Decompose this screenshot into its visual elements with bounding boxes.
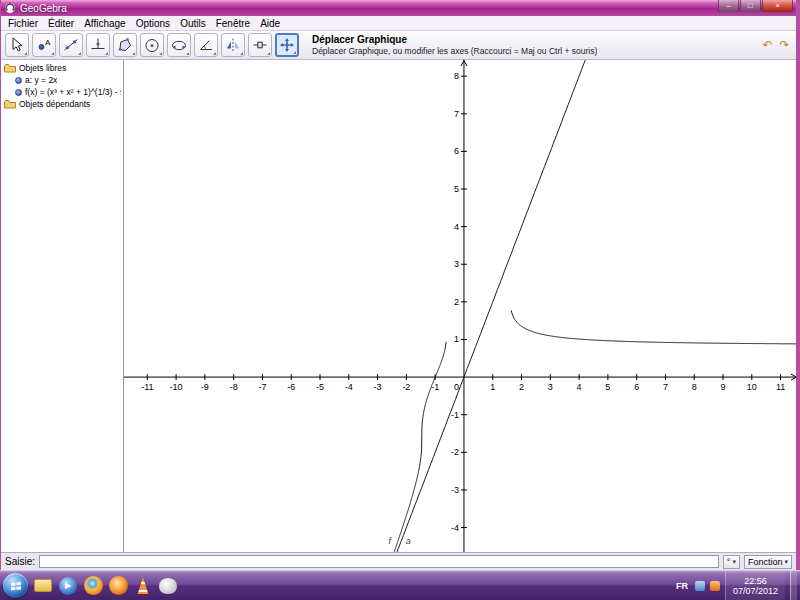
clock-time: 22:56	[744, 576, 767, 586]
menu-aide[interactable]: Aide	[255, 18, 285, 29]
polygon-tool-button[interactable]	[113, 33, 137, 57]
redo-icon[interactable]: ↷	[777, 39, 792, 51]
svg-text:-9: -9	[201, 382, 209, 392]
menu-fichier[interactable]: Fichier	[3, 18, 43, 29]
object-row-a[interactable]: a: y = 2x	[1, 74, 123, 86]
free-objects-label: Objets libres	[19, 63, 66, 73]
chevron-down-icon: ▾	[732, 558, 736, 566]
language-indicator[interactable]: FR	[674, 581, 690, 591]
svg-text:11: 11	[776, 382, 785, 392]
titlebar: GeoGebra – □ ×	[1, 0, 796, 16]
input-bar: Saisie: ° ▾ Fonction ▾	[1, 552, 796, 570]
angle-tool-button[interactable]	[194, 33, 218, 57]
conic-tool-button[interactable]	[167, 33, 191, 57]
command-input[interactable]	[39, 555, 719, 568]
svg-text:-3: -3	[374, 382, 382, 392]
circle-tool-button[interactable]	[140, 33, 164, 57]
svg-text:2: 2	[454, 297, 459, 307]
svg-text:3: 3	[454, 259, 459, 269]
gimp-icon[interactable]	[158, 576, 178, 596]
object-f-label: f(x) = (x³ + x² + 1)^(1/3) - sqrt(x² - x…	[25, 87, 121, 97]
line-through-points-icon	[62, 36, 80, 54]
svg-text:4: 4	[454, 222, 459, 232]
svg-text:-4: -4	[451, 523, 459, 533]
menu-fenetre[interactable]: Fenêtre	[211, 18, 255, 29]
menu-affichage[interactable]: Affichage	[79, 18, 131, 29]
folder-icon	[4, 63, 16, 73]
maximize-button[interactable]: □	[740, 0, 761, 13]
algebra-view[interactable]: Objets libres a: y = 2x f(x) = (x³ + x² …	[1, 60, 124, 552]
clock[interactable]: 22:56 07/07/2012	[725, 571, 785, 600]
free-objects-folder[interactable]: Objets libres	[1, 62, 123, 74]
svg-text:-4: -4	[345, 382, 353, 392]
move-graphics-view-tool-button[interactable]	[275, 33, 299, 57]
point-tool-button[interactable]: A	[32, 33, 56, 57]
slider-icon	[251, 36, 269, 54]
mirror-object-icon	[224, 36, 242, 54]
folder-icon	[4, 99, 16, 109]
svg-text:-2: -2	[402, 382, 410, 392]
perpendicular-line-tool-button[interactable]	[86, 33, 110, 57]
media-player-icon[interactable]: ▶	[58, 576, 78, 596]
geogebra-logo-icon	[4, 2, 16, 14]
window-controls: – □ ×	[718, 0, 793, 16]
visibility-marble-icon[interactable]	[15, 77, 22, 84]
svg-text:-6: -6	[287, 382, 295, 392]
vlc-icon[interactable]	[133, 576, 153, 596]
ellipse-icon	[170, 36, 188, 54]
svg-text:6: 6	[454, 146, 459, 156]
start-button[interactable]	[3, 573, 28, 598]
svg-text:7: 7	[663, 382, 668, 392]
degree-symbol-dropdown[interactable]: ° ▾	[723, 555, 740, 569]
thunderbird-icon[interactable]	[108, 576, 128, 596]
object-row-f[interactable]: f(x) = (x³ + x² + 1)^(1/3) - sqrt(x² - x…	[1, 86, 123, 98]
graphics-view[interactable]: -11-10-9-8-7-6-5-4-3-2-11234567891011-4-…	[124, 60, 796, 552]
visibility-marble-icon[interactable]	[15, 89, 22, 96]
svg-text:8: 8	[692, 382, 697, 392]
firefox-icon[interactable]	[83, 576, 103, 596]
svg-text:5: 5	[454, 184, 459, 194]
svg-text:4: 4	[577, 382, 582, 392]
menu-outils[interactable]: Outils	[175, 18, 211, 29]
window-title: GeoGebra	[20, 3, 67, 14]
svg-text:0: 0	[454, 382, 459, 392]
command-list-label: Fonction	[748, 557, 783, 567]
svg-text:-5: -5	[316, 382, 324, 392]
svg-text:-3: -3	[451, 485, 459, 495]
perpendicular-line-icon	[89, 36, 107, 54]
taskbar: ▶ FR 22:56 07/07/2012	[0, 570, 800, 600]
svg-text:-11: -11	[141, 382, 153, 392]
menu-editer[interactable]: Éditer	[43, 18, 79, 29]
menu-options[interactable]: Options	[131, 18, 175, 29]
svg-text:-7: -7	[258, 382, 266, 392]
explorer-icon[interactable]	[33, 576, 53, 596]
svg-text:-1: -1	[451, 410, 459, 420]
dependent-objects-folder[interactable]: Objets dépendants	[1, 98, 123, 110]
clock-date: 07/07/2012	[733, 586, 778, 596]
toolbar-right: ↶ ↷	[760, 39, 792, 51]
desktop: GeoGebra – □ × Fichier Éditer Affichage …	[0, 0, 800, 600]
minimize-button[interactable]: –	[718, 0, 739, 13]
object-a-label: a: y = 2x	[25, 75, 57, 85]
close-button[interactable]: ×	[762, 0, 793, 13]
undo-icon[interactable]: ↶	[760, 39, 775, 51]
svg-text:8: 8	[454, 71, 459, 81]
network-tray-icon[interactable]	[695, 581, 705, 591]
move-cursor-icon	[8, 36, 26, 54]
angle-icon	[197, 36, 215, 54]
circle-center-point-icon	[143, 36, 161, 54]
svg-text:7: 7	[454, 109, 459, 119]
chevron-down-icon: ▾	[784, 558, 788, 566]
vlc-tray-icon[interactable]	[710, 581, 720, 591]
slider-tool-button[interactable]	[248, 33, 272, 57]
reflection-tool-button[interactable]	[221, 33, 245, 57]
svg-text:-8: -8	[230, 382, 238, 392]
menu-bar: Fichier Éditer Affichage Options Outils …	[1, 16, 796, 31]
svg-text:-2: -2	[451, 447, 459, 457]
svg-text:A: A	[45, 38, 51, 47]
show-desktop-button[interactable]	[790, 571, 797, 600]
move-tool-button[interactable]	[5, 33, 29, 57]
line-tool-button[interactable]	[59, 33, 83, 57]
toolbar: A	[1, 31, 796, 60]
command-list-dropdown[interactable]: Fonction ▾	[744, 555, 792, 569]
